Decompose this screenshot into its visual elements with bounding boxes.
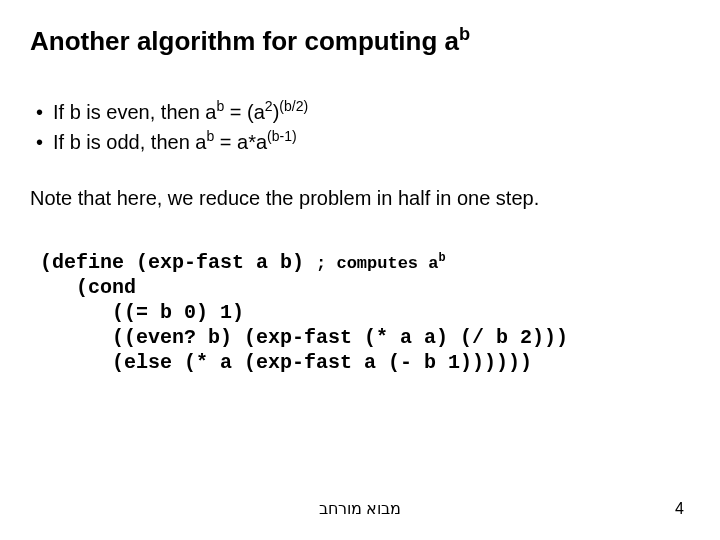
bullet-segment: If b is even, then a	[53, 101, 216, 123]
bullet-sup: (b/2)	[279, 98, 308, 114]
bullet-sup: (b-1)	[267, 128, 297, 144]
title-text: Another algorithm for computing a	[30, 26, 459, 56]
bullet-dot-icon: •	[36, 97, 43, 127]
bullet-item: • If b is odd, then ab = a*a(b-1)	[36, 127, 690, 157]
title-sup: b	[459, 24, 470, 44]
page-number: 4	[675, 500, 684, 518]
bullet-dot-icon: •	[36, 127, 43, 157]
code-line: (cond	[40, 276, 136, 299]
bullet-segment: If b is odd, then a	[53, 131, 206, 153]
slide-title: Another algorithm for computing ab	[30, 26, 690, 57]
bullet-text: If b is odd, then ab = a*a(b-1)	[53, 127, 297, 157]
bullet-segment: = a*a	[214, 131, 267, 153]
bullet-list: • If b is even, then ab = (a2)(b/2) • If…	[30, 97, 690, 157]
slide: Another algorithm for computing ab • If …	[0, 0, 720, 540]
bullet-sup: 2	[265, 98, 273, 114]
code-comment-text: ; computes a	[316, 254, 438, 273]
code-line: ((even? b) (exp-fast (* a a) (/ b 2)))	[40, 326, 568, 349]
note-text: Note that here, we reduce the problem in…	[30, 187, 690, 210]
code-comment-sup: b	[438, 251, 445, 265]
bullet-text: If b is even, then ab = (a2)(b/2)	[53, 97, 308, 127]
code-line: ((= b 0) 1)	[40, 301, 244, 324]
code-line: (else (* a (exp-fast a (- b 1))))))	[40, 351, 532, 374]
code-comment: ; computes ab	[316, 254, 446, 273]
code-line: (define (exp-fast a b)	[40, 251, 316, 274]
bullet-segment: = (a	[224, 101, 265, 123]
bullet-item: • If b is even, then ab = (a2)(b/2)	[36, 97, 690, 127]
footer-center-text: מבוא מורחב	[0, 499, 720, 518]
code-block: (define (exp-fast a b) ; computes ab (co…	[30, 250, 690, 375]
